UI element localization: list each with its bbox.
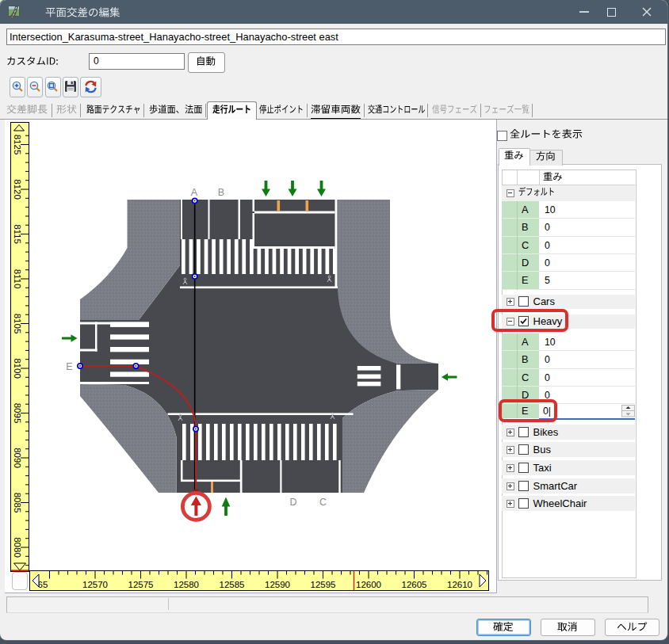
svg-text:C: C [319, 497, 327, 508]
svg-text:E: E [66, 361, 72, 372]
svg-text:D: D [289, 497, 296, 508]
svg-text:B: B [218, 187, 224, 198]
svg-text:A: A [191, 187, 198, 198]
